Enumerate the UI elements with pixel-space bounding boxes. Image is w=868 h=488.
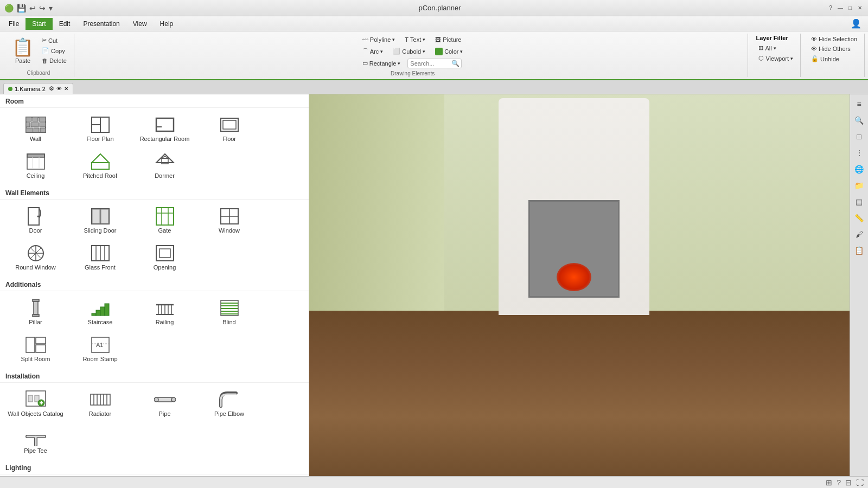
sidebar-search-icon[interactable]: 🔍: [852, 113, 867, 128]
room-stamp-item[interactable]: A1 Room Stamp: [69, 331, 131, 366]
camera-close-icon[interactable]: ✕: [64, 86, 68, 92]
viewport-button[interactable]: ⬡ Viewport ▾: [756, 54, 796, 63]
maximize-icon[interactable]: □: [846, 4, 854, 12]
wall-objects-catalog-item[interactable]: Wall Objects Catalog: [4, 386, 67, 421]
sidebar-catalog-icon[interactable]: 📋: [852, 243, 867, 258]
all-layers-button[interactable]: ⊞ All ▾: [756, 43, 796, 53]
scene-floor: [309, 311, 850, 488]
ribbon-clipboard-group: 📋 Paste ✂ Cut 📄 Copy 🗑 Delete Clipboard: [3, 34, 74, 77]
paste-icon: 📋: [12, 37, 34, 57]
svg-point-92: [171, 397, 176, 402]
sidebar-measure-icon[interactable]: 📏: [852, 210, 867, 226]
camera-settings-icon[interactable]: ⚙: [49, 85, 54, 92]
grid-icon[interactable]: ⊞: [826, 478, 832, 487]
svg-rect-3: [39, 117, 46, 121]
svg-rect-72: [26, 337, 35, 352]
menubar: File Start Edit Presentation View Help 👤: [0, 16, 868, 31]
radiator-item[interactable]: Radiator: [69, 386, 131, 421]
text-dropdown-icon: ▾: [423, 37, 425, 42]
more-icon[interactable]: ▾: [49, 4, 53, 12]
sidebar-paint-icon[interactable]: 🖌: [852, 227, 867, 242]
layout-icon[interactable]: ⊟: [845, 478, 852, 487]
sidebar-stack-icon[interactable]: ▤: [852, 194, 867, 209]
pipe-tee-item[interactable]: Pipe Tee: [4, 423, 67, 458]
help-win-icon[interactable]: ?: [827, 4, 834, 12]
hide-selection-button[interactable]: 👁 Hide Selection: [808, 35, 860, 43]
dormer-item[interactable]: Dormer: [133, 148, 196, 183]
cuboid-button[interactable]: ⬜ Cuboid ▾: [389, 46, 429, 56]
hide-others-icon: 👁: [811, 46, 817, 52]
paste-button[interactable]: 📋 Paste: [8, 35, 38, 66]
rectangle-button[interactable]: ▭ Rectangle ▾: [359, 58, 405, 68]
minimize-icon[interactable]: —: [837, 4, 844, 12]
sidebar-layers-icon[interactable]: ≡: [852, 97, 867, 112]
tabbar: 1.Kamera 2 ⚙ 👁 ✕: [0, 80, 868, 94]
round-window-item[interactable]: Round Window: [4, 240, 67, 274]
redo-icon[interactable]: ↪: [39, 4, 46, 12]
fullscreen-icon[interactable]: ⛶: [856, 478, 864, 487]
color-button[interactable]: Color ▾: [431, 46, 467, 57]
pipe-item[interactable]: Pipe: [133, 386, 196, 421]
cut-button[interactable]: ✂ Cut: [39, 36, 69, 45]
round-window-label: Round Window: [15, 264, 56, 271]
copy-icon: 📄: [42, 47, 49, 54]
ceiling-label: Ceiling: [27, 172, 45, 179]
app-icon: 🟢: [4, 4, 14, 12]
split-room-item[interactable]: Split Room: [4, 331, 67, 366]
menu-view[interactable]: View: [126, 18, 154, 30]
unhide-button[interactable]: 🔓 Unhide: [808, 54, 860, 63]
picture-button[interactable]: 🖼 Picture: [431, 35, 465, 44]
camera-visibility-icon[interactable]: 👁: [56, 86, 62, 92]
rectangular-room-item[interactable]: Rectangular Room: [133, 111, 196, 146]
menu-edit[interactable]: Edit: [53, 18, 77, 30]
help-status-icon[interactable]: ?: [837, 478, 841, 487]
delete-button[interactable]: 🗑 Delete: [39, 56, 69, 65]
hide-others-button[interactable]: 👁 Hide Others: [808, 44, 860, 53]
menu-help[interactable]: Help: [154, 18, 180, 30]
window-item[interactable]: Window: [198, 203, 260, 237]
viewport[interactable]: [309, 94, 850, 488]
sidebar-properties-icon[interactable]: ⋮: [852, 145, 867, 160]
sidebar-folder-icon[interactable]: 📁: [852, 178, 867, 193]
installation-section-header: Installation: [0, 369, 309, 383]
svg-rect-7: [26, 128, 33, 132]
pipe-elbow-item[interactable]: Pipe Elbow: [198, 386, 260, 421]
window-icon: [219, 207, 240, 226]
sidebar-object-icon[interactable]: □: [852, 129, 867, 144]
svg-rect-51: [159, 249, 170, 258]
menu-file[interactable]: File: [2, 18, 25, 30]
pitched-roof-item[interactable]: Pitched Roof: [69, 148, 131, 183]
arc-button[interactable]: ⌒ Arc ▾: [359, 46, 387, 57]
floor-item[interactable]: Floor: [198, 111, 260, 146]
gate-item[interactable]: Gate: [133, 203, 196, 237]
rectangular-room-icon: [154, 115, 176, 134]
undo-icon[interactable]: ↩: [29, 4, 36, 12]
menu-presentation[interactable]: Presentation: [76, 18, 126, 30]
camera-tab[interactable]: 1.Kamera 2 ⚙ 👁 ✕: [3, 83, 73, 94]
pillar-item[interactable]: Pillar: [4, 294, 67, 329]
close-icon[interactable]: ✕: [856, 4, 864, 12]
search-icon[interactable]: 🔍: [451, 60, 459, 67]
blind-item[interactable]: Blind: [198, 294, 260, 329]
sidebar-globe-icon[interactable]: 🌐: [852, 162, 867, 177]
floor-plan-item[interactable]: Floor Plan: [69, 111, 131, 146]
svg-rect-56: [96, 310, 100, 316]
save-icon[interactable]: 💾: [17, 4, 26, 12]
opening-item[interactable]: Opening: [133, 240, 196, 274]
door-item[interactable]: Door: [4, 203, 67, 237]
sliding-door-item[interactable]: Sliding Door: [69, 203, 131, 237]
ceiling-item[interactable]: Ceiling: [4, 148, 67, 183]
staircase-item[interactable]: Staircase: [69, 294, 131, 329]
svg-rect-55: [92, 313, 96, 316]
pitched-roof-icon: [90, 152, 111, 171]
polyline-button[interactable]: 〰 Polyline ▾: [359, 35, 399, 44]
railing-item[interactable]: Railing: [133, 294, 196, 329]
menu-start[interactable]: Start: [25, 18, 52, 30]
copy-button[interactable]: 📄 Copy: [39, 46, 69, 55]
glass-front-item[interactable]: Glass Front: [69, 240, 131, 274]
user-icon[interactable]: 👤: [851, 18, 861, 29]
picture-icon: 🖼: [435, 36, 441, 43]
wall-item[interactable]: Wall: [4, 111, 67, 146]
text-button[interactable]: T Text ▾: [401, 35, 429, 44]
svg-rect-90: [156, 397, 174, 402]
